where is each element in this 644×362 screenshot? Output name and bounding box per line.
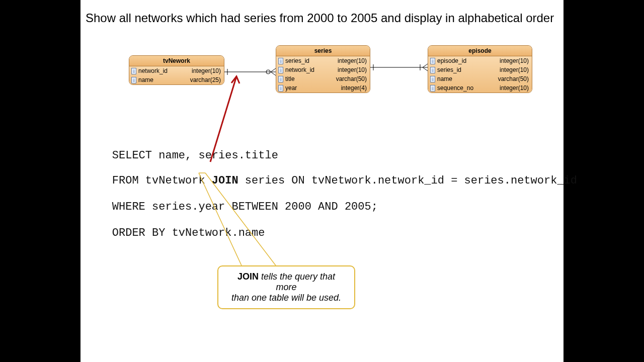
column-name: title	[285, 75, 334, 83]
column-type: integer(10)	[500, 66, 529, 74]
table-title: episode	[428, 46, 532, 56]
sql-text: ORDER BY tvNetwork.name	[112, 227, 265, 239]
table-title: series	[276, 46, 370, 56]
column-icon	[278, 58, 283, 64]
column-name: name	[138, 76, 188, 84]
table-row: episode_id integer(10)	[428, 56, 532, 65]
svg-line-9	[423, 67, 428, 71]
column-icon	[430, 85, 435, 92]
column-icon	[430, 76, 435, 82]
er-table-series: series series_id integer(10) network_id …	[276, 45, 370, 93]
column-type: varchar(50)	[498, 75, 529, 83]
svg-line-3	[271, 68, 276, 72]
table-row: series_id integer(10)	[428, 65, 532, 74]
table-row: name varchar(25)	[129, 75, 224, 84]
column-icon	[278, 85, 283, 92]
column-type: integer(10)	[338, 57, 367, 65]
relationship-connector	[224, 65, 276, 80]
column-icon	[278, 67, 283, 73]
column-name: sequence_no	[437, 84, 498, 92]
table-title: tvNework	[129, 56, 224, 66]
column-name: series_id	[437, 66, 498, 74]
column-icon	[430, 58, 435, 64]
sql-text: series ON tvNetwork.network_id = series.…	[238, 174, 577, 187]
column-icon	[430, 67, 435, 73]
column-icon	[131, 77, 136, 83]
column-name: year	[285, 84, 339, 92]
callout-join: JOIN tells the query that more than one …	[217, 265, 355, 309]
column-type: varchar(25)	[190, 76, 221, 84]
er-table-tvnework: tvNework network_id integer(10) name var…	[129, 55, 224, 85]
table-row: network_id integer(10)	[276, 65, 370, 74]
column-name: name	[437, 75, 496, 83]
column-type: integer(4)	[341, 84, 367, 92]
column-icon	[131, 68, 136, 74]
column-name: episode_id	[437, 57, 498, 65]
table-row: name varchar(50)	[428, 74, 532, 83]
svg-line-8	[423, 64, 428, 67]
column-type: integer(10)	[500, 57, 529, 65]
callout-text: than one table will be used.	[231, 293, 341, 303]
callout-text: tells the query that more	[259, 272, 335, 292]
column-name: network_id	[285, 66, 336, 74]
er-table-episode: episode episode_id integer(10) series_id…	[428, 45, 532, 93]
sql-text: FROM tvNetwork	[112, 174, 212, 187]
table-row: title varchar(50)	[276, 74, 370, 83]
sql-keyword-join: JOIN	[212, 174, 238, 187]
column-type: integer(10)	[338, 66, 367, 74]
sql-line-orderby: ORDER BY tvNetwork.name	[86, 214, 265, 252]
table-row: series_id integer(10)	[276, 56, 370, 65]
callout-keyword: JOIN	[237, 272, 259, 282]
svg-line-4	[271, 72, 276, 75]
column-type: integer(10)	[500, 84, 529, 92]
column-icon	[278, 76, 283, 82]
table-row: year integer(4)	[276, 83, 370, 93]
slide-canvas: Show all networks which had series from …	[80, 0, 564, 362]
table-row: network_id integer(10)	[129, 66, 224, 75]
sql-text: SELECT name, series.title	[112, 149, 278, 162]
column-name: series_id	[285, 57, 336, 65]
prompt-text: Show all networks which had series from …	[86, 11, 554, 25]
column-type: integer(10)	[192, 67, 221, 75]
relationship-connector	[370, 61, 428, 73]
column-name: network_id	[138, 67, 190, 75]
column-type: varchar(50)	[336, 75, 367, 83]
table-row: sequence_no integer(10)	[428, 83, 532, 93]
sql-text: WHERE series.year BETWEEN 2000 AND 2005;	[112, 201, 378, 213]
